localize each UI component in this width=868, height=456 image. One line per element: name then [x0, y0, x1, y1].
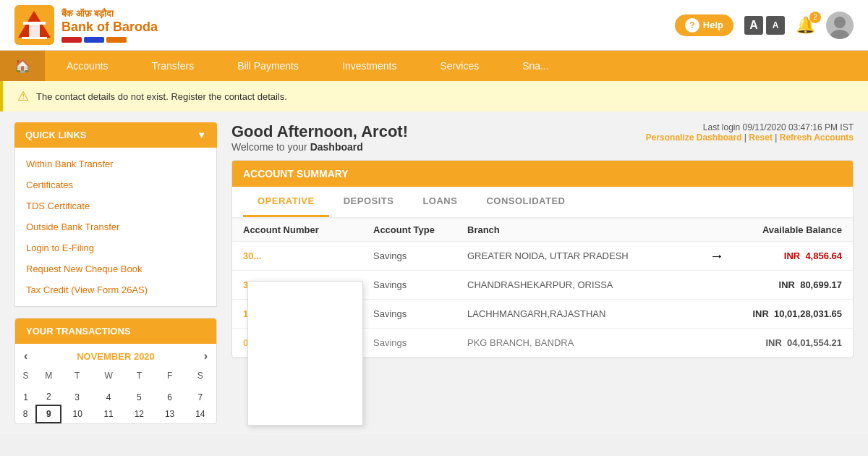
quick-link-certificates[interactable]: Certificates [15, 174, 216, 195]
alert-message: The contact details do not exist. Regist… [36, 91, 287, 102]
font-small-button[interactable]: A [766, 16, 785, 35]
cal-day[interactable]: 4 [93, 389, 124, 405]
cal-day[interactable] [93, 383, 124, 389]
user-avatar[interactable] [826, 12, 854, 39]
greeting-heading: Good Afternoon, Arcot! [231, 122, 408, 141]
cal-day[interactable]: 12 [124, 405, 154, 423]
header-right: ? Help A A 🔔 2 [675, 12, 854, 39]
cal-header-mon: M [36, 368, 61, 383]
cal-day[interactable] [36, 383, 61, 389]
cal-day[interactable]: 5 [124, 389, 154, 405]
nav-bill-payments[interactable]: Bill Payments [216, 51, 320, 81]
quick-links-header: QUICK LINKS ▼ [14, 122, 217, 148]
greeting-text: Good Afternoon, Arcot! Welcome to your D… [231, 122, 408, 153]
quick-link-outside-bank[interactable]: Outside Bank Transfer [15, 216, 216, 237]
welcome-prefix: Welcome to your [231, 141, 310, 153]
cal-day[interactable]: 2 [36, 389, 61, 405]
font-large-button[interactable]: A [744, 16, 763, 35]
cal-day[interactable]: 3 [61, 389, 93, 405]
logo-tagline [61, 37, 158, 43]
navbar: 🏠 Accounts Transfers Bill Payments Inves… [0, 51, 868, 81]
reset-link[interactable]: Reset [749, 132, 773, 143]
quick-link-tds-certificate[interactable]: TDS Certificate [15, 195, 216, 216]
cal-row-1 [15, 383, 216, 389]
home-nav-button[interactable]: 🏠 [0, 51, 45, 81]
quick-link-within-bank[interactable]: Within Bank Transfer [15, 153, 216, 174]
col-header-account: Account Number [243, 224, 373, 235]
nav-accounts[interactable]: Accounts [45, 51, 130, 81]
cal-day[interactable]: 6 [154, 389, 184, 405]
welcome-text: Welcome to your Dashboard [231, 141, 408, 153]
acc-type-4: Savings [373, 337, 467, 348]
tab-loans[interactable]: LOANS [408, 187, 472, 217]
acc-branch-4: PKG BRANCH, BANDRA [467, 337, 634, 348]
blur-overlay [247, 281, 363, 426]
cal-day[interactable] [185, 383, 216, 389]
acc-type-1: Savings [373, 250, 467, 261]
main-content: QUICK LINKS ▼ Within Bank Transfer Certi… [0, 111, 868, 435]
cal-today[interactable]: 9 [36, 405, 61, 423]
quick-link-cheque-book[interactable]: Request New Cheque Book [15, 258, 216, 279]
login-info: Last login 09/11/2020 03:47:16 PM IST Pe… [646, 122, 854, 143]
svg-point-6 [834, 17, 846, 28]
nav-transfers[interactable]: Transfers [130, 51, 216, 81]
cal-header-sat: S [185, 368, 216, 383]
calendar-prev-arrow[interactable]: ‹ [24, 350, 27, 363]
cal-header-sun: S [15, 368, 36, 383]
cal-header-thu: T [124, 368, 154, 383]
quick-link-tax-credit[interactable]: Tax Credit (View Form 26AS) [15, 279, 216, 300]
transactions-header: YOUR TRANSACTIONS [15, 318, 216, 344]
acc-type-2: Savings [373, 279, 467, 290]
acc-branch-1: GREATER NOIDA, UTTAR PRADESH [467, 250, 634, 261]
svg-rect-2 [29, 23, 40, 38]
logo-hindi: बैंक ऑफ़ बड़ौदा [61, 8, 158, 20]
cal-day[interactable]: 7 [185, 389, 216, 405]
cal-header-wed: W [93, 368, 124, 383]
quick-links-toggle[interactable]: ▼ [197, 130, 206, 140]
nav-investments[interactable]: Investments [320, 51, 418, 81]
table-header-row: Account Number Account Type Branch Avail… [232, 219, 853, 242]
calendar-next-arrow[interactable]: › [204, 350, 208, 363]
cal-day[interactable] [154, 383, 184, 389]
cal-day[interactable]: 14 [185, 405, 216, 423]
cal-header-tue: T [61, 368, 93, 383]
cal-day[interactable] [124, 383, 154, 389]
cal-day[interactable] [15, 383, 36, 389]
refresh-accounts-link[interactable]: Refresh Accounts [780, 132, 854, 143]
nav-more[interactable]: Sna... [501, 51, 571, 81]
col-header-balance: Available Balance [634, 224, 842, 235]
tab-consolidated[interactable]: CONSOLIDATED [472, 187, 579, 217]
sidebar: QUICK LINKS ▼ Within Bank Transfer Certi… [14, 122, 217, 424]
cal-day[interactable]: 11 [93, 405, 124, 423]
quick-link-e-filing[interactable]: Login to E-Filing [15, 237, 216, 258]
bell-badge: 2 [809, 12, 821, 23]
svg-rect-3 [23, 22, 46, 25]
acc-balance-1: INR 4,856.64 [634, 250, 842, 261]
alert-bar: ⚠ The contact details do not exist. Regi… [0, 81, 868, 111]
cal-day[interactable]: 1 [15, 389, 36, 405]
acc-balance-3: INR 10,01,28,031.65 [634, 308, 842, 319]
col-header-branch: Branch [467, 224, 634, 235]
arrow-indicator: → [710, 248, 724, 264]
cal-day[interactable] [61, 383, 93, 389]
acc-type-3: Savings [373, 308, 467, 319]
personalize-link[interactable]: Personalize Dashboard [646, 132, 742, 143]
tab-operative[interactable]: OPERATIVE [243, 187, 329, 217]
cal-day[interactable]: 10 [61, 405, 93, 423]
cal-day[interactable]: 8 [15, 405, 36, 423]
tab-deposits[interactable]: DEPOSITS [329, 187, 409, 217]
account-row-1[interactable]: 30... Savings GREATER NOIDA, UTTAR PRADE… [232, 242, 853, 271]
svg-rect-4 [22, 37, 47, 39]
logo-area: बैंक ऑफ़ बड़ौदा Bank of Baroda [14, 5, 158, 45]
help-button[interactable]: ? Help [675, 14, 733, 36]
acc-num-1: 30... [243, 250, 373, 261]
notification-bell[interactable]: 🔔 2 [796, 16, 815, 35]
col-header-type: Account Type [373, 224, 467, 235]
nav-services[interactable]: Services [419, 51, 501, 81]
acc-balance-2: INR 80,699.17 [634, 279, 842, 290]
cal-day[interactable]: 13 [154, 405, 184, 423]
calendar-month-year: NOVEMBER 2020 [77, 351, 155, 362]
logo-english: Bank of Baroda [61, 20, 158, 35]
cal-row-3: 8 9 10 11 12 13 14 [15, 405, 216, 423]
acc-balance-4: INR 04,01,554.21 [634, 337, 842, 348]
